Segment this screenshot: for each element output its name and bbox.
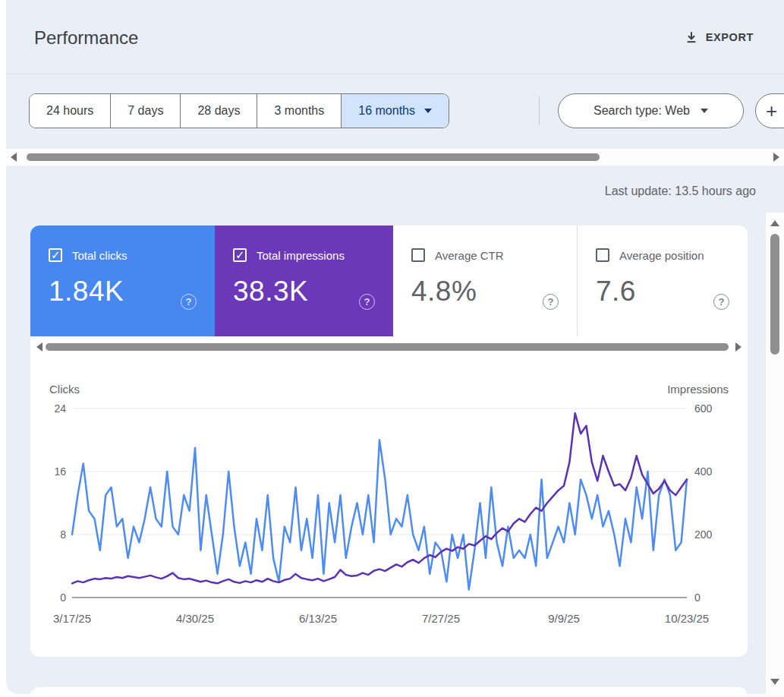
help-icon[interactable]: ?	[543, 294, 559, 310]
filter-divider	[539, 96, 540, 125]
metric-label: Average position	[619, 249, 704, 262]
metric-value: 1.84K	[49, 276, 124, 308]
metric-card-average-position[interactable]: Average position 7.6 ?	[577, 226, 748, 336]
right-axis-tick: 0	[694, 591, 701, 604]
metric-card-total-impressions[interactable]: ✓ Total impressions 38.3K ?	[215, 226, 393, 336]
search-type-button[interactable]: Search type: Web	[558, 93, 744, 128]
performance-chart[interactable]: 0082001640024600ClicksImpressions3/17/25…	[30, 357, 748, 657]
metric-head: ✓ Total impressions	[233, 248, 345, 262]
metric-label: Average CTR	[435, 249, 504, 262]
header-divider	[6, 74, 784, 74]
metric-label: Total impressions	[257, 249, 345, 262]
download-icon	[685, 30, 698, 44]
performance-card: ✓ Total clicks 1.84K ? ✓ Total impressio…	[30, 226, 748, 657]
plus-icon: +	[766, 99, 777, 123]
scrollbar-thumb[interactable]	[770, 234, 779, 355]
chip-3-months[interactable]: 3 months	[257, 94, 342, 128]
export-label: EXPORT	[706, 31, 754, 43]
performance-panel: Performance EXPORT 24 hours 7 days 28 da…	[6, 0, 784, 694]
checkbox-checked-icon[interactable]: ✓	[233, 248, 247, 262]
scrollbar-thumb[interactable]	[27, 153, 600, 161]
chart-horizontal-scrollbar[interactable]	[30, 336, 748, 357]
page-title: Performance	[34, 27, 138, 49]
metric-card-total-clicks[interactable]: ✓ Total clicks 1.84K ?	[30, 226, 215, 336]
right-axis-tick: 200	[694, 528, 713, 541]
metric-value: 4.8%	[411, 276, 477, 308]
metrics-row: ✓ Total clicks 1.84K ? ✓ Total impressio…	[30, 226, 748, 336]
x-axis-tick: 9/9/25	[548, 612, 580, 625]
x-axis-tick: 10/23/25	[665, 612, 709, 625]
metric-label: Total clicks	[72, 249, 128, 262]
right-axis-title: Impressions	[667, 383, 729, 396]
left-axis-tick: 8	[60, 528, 66, 541]
metric-head: Average position	[596, 248, 704, 262]
help-icon[interactable]: ?	[359, 294, 375, 310]
right-axis-tick: 400	[694, 465, 713, 478]
metric-value: 38.3K	[233, 276, 308, 308]
metric-card-average-ctr[interactable]: Average CTR 4.8% ?	[393, 226, 577, 336]
scroll-right-arrow-icon[interactable]	[773, 153, 779, 162]
chip-28-days[interactable]: 28 days	[181, 94, 257, 128]
checkbox-unchecked-icon[interactable]	[596, 248, 609, 262]
export-button[interactable]: EXPORT	[685, 30, 754, 44]
x-axis-tick: 4/30/25	[176, 612, 214, 625]
filters-horizontal-scrollbar[interactable]	[6, 149, 784, 166]
x-axis-tick: 7/27/25	[422, 612, 460, 625]
scroll-up-arrow-icon[interactable]	[770, 220, 779, 226]
scroll-down-arrow-icon[interactable]	[770, 679, 779, 685]
left-axis-title: Clicks	[49, 383, 80, 396]
search-type-label: Search type: Web	[594, 104, 690, 118]
metric-head: Average CTR	[411, 248, 504, 262]
help-icon[interactable]: ?	[713, 294, 729, 310]
scroll-left-arrow-icon[interactable]	[11, 153, 17, 162]
chip-16-months-label: 16 months	[358, 104, 415, 118]
left-axis-tick: 24	[54, 402, 66, 415]
scroll-right-arrow-icon[interactable]	[735, 342, 741, 352]
right-axis-tick: 600	[694, 402, 713, 415]
chevron-down-icon	[701, 109, 708, 113]
left-axis-tick: 0	[60, 591, 66, 604]
chart-svg: 0082001640024600ClicksImpressions3/17/25…	[30, 357, 748, 657]
checkbox-unchecked-icon[interactable]	[411, 248, 425, 262]
chip-7-days[interactable]: 7 days	[111, 94, 181, 128]
metric-value: 7.6	[596, 276, 636, 308]
chip-24-hours[interactable]: 24 hours	[30, 94, 111, 128]
metric-head: ✓ Total clicks	[49, 248, 128, 262]
clicks-line	[72, 440, 687, 590]
date-range-chip-group: 24 hours 7 days 28 days 3 months 16 mont…	[29, 93, 449, 128]
x-axis-tick: 3/17/25	[53, 612, 91, 625]
vertical-scrollbar[interactable]	[766, 213, 784, 697]
help-icon[interactable]: ?	[181, 294, 197, 310]
next-section-card-top	[30, 687, 748, 694]
add-filter-button[interactable]: +	[755, 93, 784, 128]
chevron-down-icon	[424, 109, 432, 113]
x-axis-tick: 6/13/25	[299, 612, 337, 625]
checkbox-checked-icon[interactable]: ✓	[49, 248, 62, 262]
left-axis-tick: 16	[54, 465, 66, 478]
scrollbar-thumb[interactable]	[46, 343, 729, 351]
scroll-left-arrow-icon[interactable]	[36, 342, 43, 352]
chip-16-months-selected[interactable]: 16 months	[342, 94, 449, 128]
last-update-text: Last update: 13.5 hours ago	[605, 184, 756, 198]
